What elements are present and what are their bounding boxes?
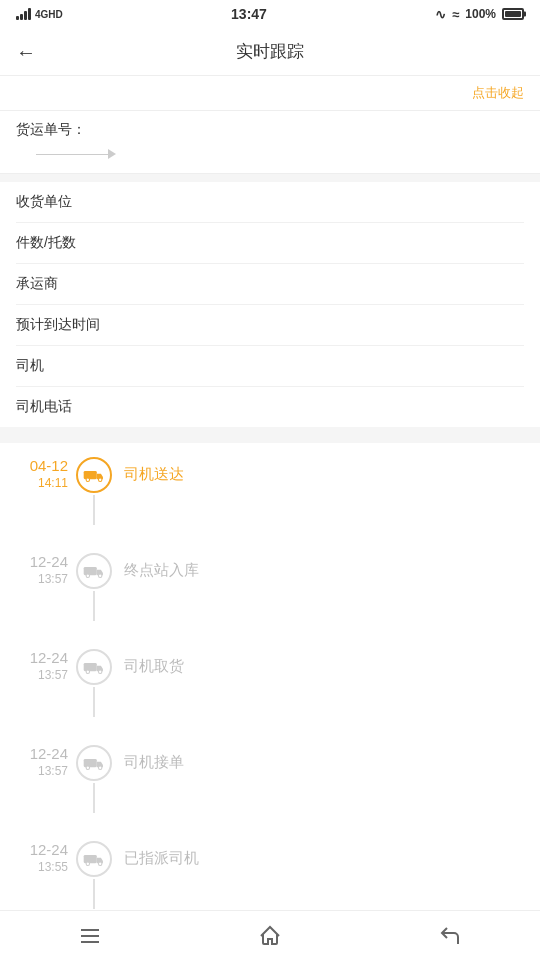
nav-menu-button[interactable] bbox=[60, 911, 120, 961]
wifi-icon: ≈ bbox=[452, 7, 459, 22]
timeline-item: 12-24 13:57 终点站入库 bbox=[0, 539, 540, 635]
tl-date: 04-12 bbox=[16, 457, 68, 474]
info-row: 收货单位 bbox=[16, 182, 524, 223]
collapse-button[interactable]: 点击收起 bbox=[472, 85, 524, 100]
divider-1 bbox=[0, 174, 540, 182]
truck-icon bbox=[76, 553, 112, 589]
status-time: 13:47 bbox=[231, 6, 267, 22]
svg-point-11 bbox=[98, 766, 101, 769]
page-title: 实时跟踪 bbox=[236, 40, 304, 63]
battery-icon bbox=[502, 8, 524, 20]
svg-point-13 bbox=[86, 862, 89, 865]
truck-icon bbox=[76, 649, 112, 685]
truck-icon bbox=[76, 457, 112, 493]
truck-icon bbox=[76, 841, 112, 877]
truck-icon bbox=[76, 745, 112, 781]
tl-date: 12-24 bbox=[16, 649, 68, 666]
tl-time: 13:57 bbox=[16, 668, 68, 682]
shipment-label: 货运单号： bbox=[16, 121, 524, 139]
network-label: 4GHD bbox=[35, 9, 63, 20]
info-row: 件数/托数 bbox=[16, 223, 524, 264]
status-bar: 4GHD 13:47 ∿ ≈ 100% bbox=[0, 0, 540, 28]
svg-rect-9 bbox=[84, 759, 97, 767]
header: ← 实时跟踪 bbox=[0, 28, 540, 76]
svg-rect-12 bbox=[84, 855, 97, 863]
signal-icon bbox=[16, 8, 31, 20]
bluetooth-icon: ∿ bbox=[435, 7, 446, 22]
timeline-item: 12-24 13:57 司机接单 bbox=[0, 731, 540, 827]
svg-point-14 bbox=[98, 862, 101, 865]
tl-time: 14:11 bbox=[16, 476, 68, 490]
timeline-line bbox=[93, 495, 95, 525]
tl-date: 12-24 bbox=[16, 745, 68, 762]
tl-time: 13:57 bbox=[16, 764, 68, 778]
bottom-nav bbox=[0, 910, 540, 960]
nav-home-button[interactable] bbox=[240, 911, 300, 961]
tl-icon-wrap bbox=[76, 553, 112, 621]
info-label: 收货单位 bbox=[16, 193, 106, 211]
timeline-section: 04-12 14:11 司机送达 12-24 13:57 终 bbox=[0, 443, 540, 960]
tl-date-wrap: 12-24 13:57 bbox=[16, 553, 68, 586]
svg-point-5 bbox=[98, 574, 101, 577]
info-label: 司机电话 bbox=[16, 398, 106, 416]
tl-date-wrap: 12-24 13:57 bbox=[16, 649, 68, 682]
timeline-line bbox=[93, 591, 95, 621]
timeline-item: 12-24 13:57 司机取货 bbox=[0, 635, 540, 731]
tl-date: 12-24 bbox=[16, 841, 68, 858]
collapse-bar: 点击收起 bbox=[0, 76, 540, 111]
tl-event-label: 司机接单 bbox=[124, 745, 184, 772]
timeline-item: 12-24 13:55 已指派司机 bbox=[0, 827, 540, 923]
battery-label: 100% bbox=[465, 7, 496, 21]
tl-date-wrap: 12-24 13:57 bbox=[16, 745, 68, 778]
shipment-section: 货运单号： bbox=[0, 111, 540, 174]
info-label: 承运商 bbox=[16, 275, 106, 293]
svg-point-10 bbox=[86, 766, 89, 769]
timeline-line bbox=[93, 783, 95, 813]
svg-rect-3 bbox=[84, 567, 97, 575]
tl-time: 13:55 bbox=[16, 860, 68, 874]
tl-date: 12-24 bbox=[16, 553, 68, 570]
tl-event-label: 已指派司机 bbox=[124, 841, 199, 868]
timeline-item: 04-12 14:11 司机送达 bbox=[0, 443, 540, 539]
info-section: 收货单位件数/托数承运商预计到达时间司机司机电话 bbox=[0, 182, 540, 427]
info-row: 司机 bbox=[16, 346, 524, 387]
svg-point-2 bbox=[98, 478, 101, 481]
svg-point-4 bbox=[86, 574, 89, 577]
status-right: ∿ ≈ 100% bbox=[435, 7, 524, 22]
svg-rect-6 bbox=[84, 663, 97, 671]
back-button[interactable]: ← bbox=[16, 42, 36, 62]
tl-event-label: 终点站入库 bbox=[124, 553, 199, 580]
info-row: 承运商 bbox=[16, 264, 524, 305]
info-row: 预计到达时间 bbox=[16, 305, 524, 346]
svg-point-1 bbox=[86, 478, 89, 481]
tl-event-label: 司机送达 bbox=[124, 457, 184, 484]
info-label: 司机 bbox=[16, 357, 106, 375]
tl-event-label: 司机取货 bbox=[124, 649, 184, 676]
tl-icon-wrap bbox=[76, 649, 112, 717]
info-label: 预计到达时间 bbox=[16, 316, 106, 334]
nav-back-button[interactable] bbox=[420, 911, 480, 961]
divider-2 bbox=[0, 435, 540, 443]
tl-icon-wrap bbox=[76, 745, 112, 813]
tl-date-wrap: 12-24 13:55 bbox=[16, 841, 68, 874]
tl-icon-wrap bbox=[76, 457, 112, 525]
timeline-line bbox=[93, 879, 95, 909]
info-label: 件数/托数 bbox=[16, 234, 106, 252]
status-left: 4GHD bbox=[16, 8, 63, 20]
arrow-line bbox=[16, 145, 524, 163]
info-row: 司机电话 bbox=[16, 387, 524, 427]
svg-rect-0 bbox=[84, 471, 97, 479]
svg-point-7 bbox=[86, 670, 89, 673]
timeline-line bbox=[93, 687, 95, 717]
svg-point-8 bbox=[98, 670, 101, 673]
tl-time: 13:57 bbox=[16, 572, 68, 586]
tl-icon-wrap bbox=[76, 841, 112, 909]
tl-date-wrap: 04-12 14:11 bbox=[16, 457, 68, 490]
